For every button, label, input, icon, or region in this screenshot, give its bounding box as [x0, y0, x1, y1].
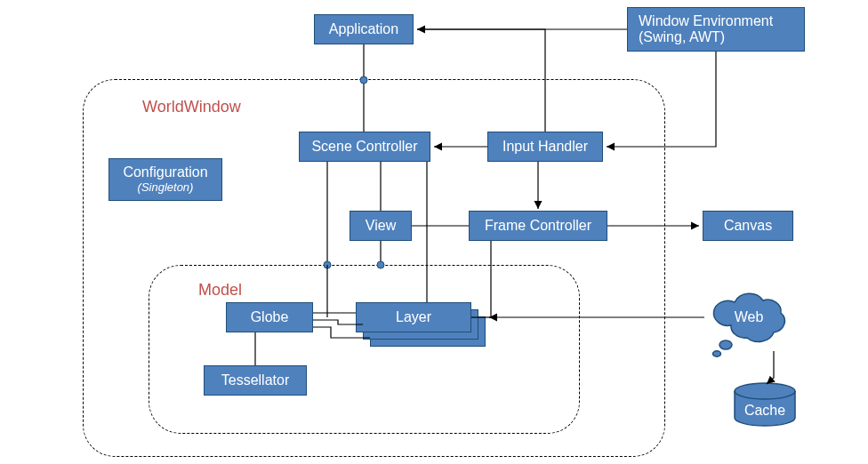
svg-point-1: [713, 351, 721, 356]
box-canvas: Canvas: [703, 211, 793, 241]
cylinder-cache-label: Cache: [744, 403, 785, 418]
group-worldwindow-label: WorldWindow: [142, 98, 241, 116]
box-window-env: Window Environment (Swing, AWT): [627, 7, 805, 52]
box-frame-controller-label: Frame Controller: [485, 218, 591, 234]
box-tessellator-label: Tessellator: [221, 372, 289, 388]
box-view: View: [350, 211, 412, 241]
box-configuration: Configuration (Singleton): [108, 158, 222, 201]
box-tessellator: Tessellator: [204, 365, 307, 396]
cloud-web-svg: Web: [704, 290, 793, 361]
box-input-handler: Input Handler: [487, 132, 603, 162]
box-view-label: View: [366, 218, 396, 234]
box-input-handler-label: Input Handler: [502, 139, 588, 155]
cloud-web-label: Web: [735, 309, 764, 324]
box-globe-label: Globe: [251, 309, 289, 325]
cylinder-cache-svg: Cache: [729, 382, 800, 434]
box-application: Application: [314, 14, 414, 44]
box-window-env-label: Window Environment (Swing, AWT): [639, 13, 773, 46]
box-layer-label: Layer: [396, 309, 431, 325]
box-scene-controller-label: Scene Controller: [311, 139, 417, 155]
diagram-canvas: WorldWindow Model Application Window Env…: [0, 0, 868, 464]
box-layer: Layer: [356, 302, 471, 332]
box-application-label: Application: [329, 21, 398, 37]
group-model-label: Model: [198, 281, 242, 300]
box-globe: Globe: [226, 302, 313, 332]
cylinder-cache: Cache: [729, 382, 800, 437]
box-frame-controller: Frame Controller: [469, 211, 607, 241]
svg-point-0: [719, 340, 732, 349]
box-configuration-label: Configuration: [123, 164, 207, 180]
cloud-web: Web: [704, 290, 793, 364]
box-canvas-label: Canvas: [724, 218, 772, 234]
box-configuration-sublabel: (Singleton): [138, 181, 194, 195]
box-scene-controller: Scene Controller: [299, 132, 430, 162]
